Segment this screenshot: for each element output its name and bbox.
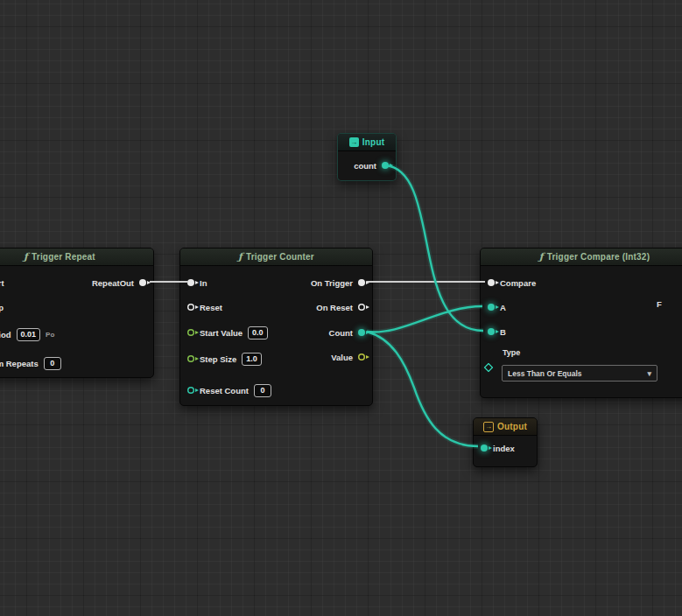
node-trigger-compare[interactable]: ƒ Trigger Compare (Int32) Compare A B Ty…	[480, 248, 682, 398]
node-title: Trigger Repeat	[32, 252, 95, 262]
int-pin-index-in[interactable]	[481, 444, 488, 452]
pin-row-type	[485, 360, 492, 374]
num-repeats-value-field[interactable]: 0	[44, 357, 61, 370]
node-trigger-repeat[interactable]: ƒ Trigger Repeat Start Stop Period 0.01 …	[0, 248, 154, 378]
pin-label: A	[500, 303, 506, 312]
pin-row-a: A	[488, 300, 506, 314]
pin-row-on-reset: On Reset	[316, 300, 365, 314]
int-pin-a[interactable]	[488, 304, 495, 311]
pin-row-value: Value	[331, 350, 365, 364]
node-input-header[interactable]: → Input	[338, 134, 396, 151]
exec-pin-compare[interactable]	[488, 279, 495, 286]
pin-row-b: B	[488, 325, 506, 339]
type-dropdown[interactable]: Less Than Or Equals ▾	[502, 365, 657, 382]
value-pin-value[interactable]	[358, 354, 365, 360]
float-pin-step-size[interactable]	[187, 355, 194, 362]
input-icon: →	[349, 137, 359, 147]
type-label: Type	[503, 348, 520, 357]
pin-label: RepeatOut	[92, 278, 134, 288]
pin-label: On Trigger	[311, 278, 353, 288]
exec-pin-on-reset[interactable]	[358, 304, 365, 311]
node-input[interactable]: → Input count	[337, 133, 397, 181]
exec-pin-reset[interactable]	[187, 304, 194, 311]
pin-label: Reset Count	[200, 386, 249, 396]
pin-label: Value	[331, 353, 353, 362]
pin-row-reset: Reset	[187, 300, 222, 314]
node-title: Input	[362, 137, 384, 147]
pin-row-in: In	[187, 276, 207, 290]
node-trigger-compare-header[interactable]: ƒ Trigger Compare (Int32)	[481, 248, 682, 266]
function-icon: ƒ	[24, 251, 28, 262]
int-pin-count[interactable]	[358, 329, 365, 336]
pin-row-start-value: Start Value 0.0	[187, 326, 268, 340]
period-value-field[interactable]: 0.01	[17, 328, 41, 341]
chevron-down-icon: ▾	[647, 369, 651, 378]
enum-pin-type[interactable]	[483, 362, 493, 372]
pin-row-on-trigger: On Trigger	[311, 276, 365, 290]
exec-pin-in[interactable]	[187, 279, 194, 286]
node-trigger-counter-header[interactable]: ƒ Trigger Counter	[180, 248, 372, 266]
reset-count-field[interactable]: 0	[254, 384, 271, 397]
int-pin-b[interactable]	[488, 328, 495, 335]
pin-row-index-in: index	[481, 441, 515, 455]
pin-label: On Reset	[316, 303, 353, 312]
pin-label: Compare	[500, 278, 536, 288]
pin-label: index	[493, 444, 515, 453]
pin-label: In	[200, 278, 207, 288]
exec-pin-repeatout[interactable]	[139, 279, 146, 286]
wire-counter-count-to-a[interactable]	[367, 306, 482, 332]
pin-row-num-repeats: Num Repeats 0	[0, 356, 61, 370]
node-output-header[interactable]: → Output	[474, 418, 537, 436]
node-title: Trigger Compare (Int32)	[547, 252, 650, 262]
node-trigger-repeat-header[interactable]: ƒ Trigger Repeat	[0, 248, 153, 266]
step-size-field[interactable]: 1.0	[242, 353, 262, 366]
int-pin-count-out[interactable]	[382, 162, 389, 169]
pin-row-repeatout: RepeatOut	[92, 276, 146, 290]
pin-row-step-size: Step Size 1.0	[187, 352, 262, 366]
period-unit-fragment: Po	[46, 331, 54, 339]
pin-label: count	[354, 161, 376, 171]
output-icon: →	[483, 422, 494, 432]
float-pin-start-value[interactable]	[187, 329, 194, 336]
pin-label: Period	[0, 330, 11, 340]
pin-label: Count	[329, 328, 353, 338]
start-value-field[interactable]: 0.0	[248, 326, 268, 340]
pin-row-reset-count: Reset Count 0	[187, 383, 271, 397]
pin-label: Num Repeats	[0, 359, 39, 368]
node-trigger-counter[interactable]: ƒ Trigger Counter In Reset Start Value 0…	[179, 248, 373, 406]
clipped-output-label-fragment: F	[657, 299, 662, 309]
function-icon: ƒ	[539, 251, 544, 262]
wire-count-to-b[interactable]	[386, 165, 483, 331]
node-title: Output	[497, 422, 527, 431]
wire-counter-count-to-index[interactable]	[367, 332, 478, 446]
type-dropdown-value: Less Than Or Equals	[508, 369, 582, 378]
pin-row-stop: Stop	[0, 300, 4, 314]
pin-label: Start	[0, 278, 4, 288]
pin-row-start: Start	[0, 276, 4, 290]
node-graph-canvas[interactable]: ƒ Trigger Repeat Start Stop Period 0.01 …	[0, 0, 682, 616]
pin-row-count-out: count	[354, 158, 389, 172]
pin-label: Step Size	[200, 354, 236, 364]
node-title: Trigger Counter	[246, 252, 314, 262]
pin-label: Stop	[0, 303, 4, 312]
pin-row-count: Count	[329, 326, 365, 340]
node-output[interactable]: → Output index	[473, 417, 538, 467]
int-pin-reset-count[interactable]	[187, 387, 194, 394]
pin-row-period: Period 0.01 Po	[0, 327, 54, 341]
pin-label: Start Value	[200, 328, 243, 338]
exec-pin-on-trigger[interactable]	[358, 279, 365, 286]
function-icon: ƒ	[238, 251, 243, 262]
pin-label: B	[500, 327, 506, 337]
pin-label: Reset	[200, 303, 222, 312]
pin-row-compare: Compare	[488, 276, 536, 290]
